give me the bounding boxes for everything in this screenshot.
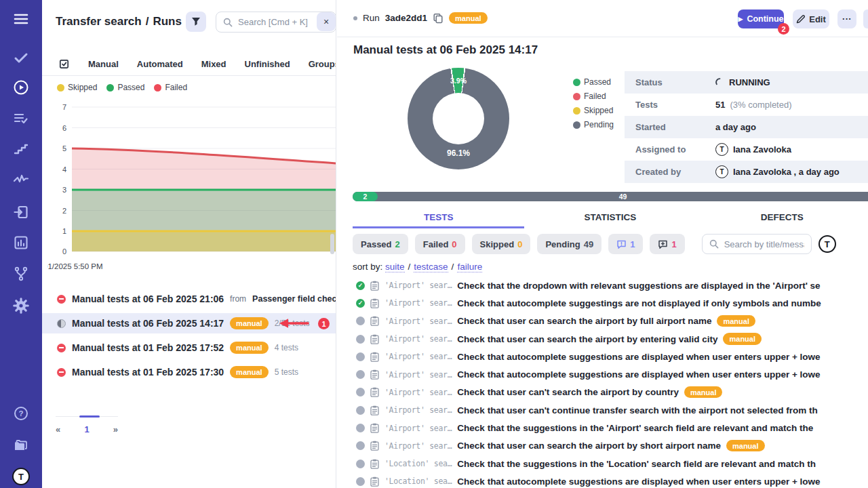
detail-row-assigned: Assigned to TIana Zavoloka xyxy=(625,138,868,161)
skipped-dot xyxy=(573,107,580,115)
continue-button[interactable]: ▶ Continue 2 xyxy=(738,9,784,28)
test-suite: 'Airport' sear… xyxy=(384,441,452,451)
test-row[interactable]: 'Airport' sear… Check that the suggestio… xyxy=(337,419,868,436)
test-title: Check that autocomplete suggestions are … xyxy=(457,352,820,362)
pagination-page-1[interactable]: 1 xyxy=(84,424,89,434)
play-circle-icon[interactable] xyxy=(13,79,29,96)
projects-icon[interactable] xyxy=(13,436,29,453)
run-tests-count: 4 tests xyxy=(275,343,298,352)
tab-automated[interactable]: Automated xyxy=(137,59,183,69)
play-icon: ▶ xyxy=(738,16,743,22)
profile-avatar[interactable]: T xyxy=(11,466,31,487)
breadcrumb-section[interactable]: Transfer search xyxy=(56,15,142,28)
runs-search-input[interactable] xyxy=(238,17,329,27)
pagination-active-indicator xyxy=(79,415,100,418)
sort-controls: sort by: suite/testcase/failure xyxy=(353,262,482,272)
test-row[interactable]: 'Airport' sear… Check that user can sear… xyxy=(337,312,868,330)
test-suite: 'Airport' sear… xyxy=(384,388,452,397)
check-icon[interactable] xyxy=(13,49,29,66)
test-title: Check that the dropdown with relevant su… xyxy=(457,281,820,291)
run-list-item[interactable]: Manual tests at 01 Feb 2025 17:52 manual… xyxy=(42,338,336,358)
run-failed-icon xyxy=(57,344,66,352)
help-icon[interactable]: ? xyxy=(13,405,29,422)
tab-manual[interactable]: Manual xyxy=(88,59,119,69)
filter-button[interactable] xyxy=(186,12,206,32)
tab-unfinished[interactable]: Unfinished xyxy=(245,59,290,69)
run-failed-icon xyxy=(57,295,66,304)
test-suite: 'Airport' sear… xyxy=(384,281,452,290)
assignee-avatar[interactable]: T xyxy=(818,235,836,253)
test-row[interactable]: 'Airport' sear… Check that user can sear… xyxy=(337,330,868,348)
scrollbar-thumb[interactable] xyxy=(330,234,334,254)
run-in-progress-icon xyxy=(57,319,66,328)
edit-button[interactable]: Edit xyxy=(793,9,829,28)
test-row[interactable]: 'Airport' sear… Check that the dropdown … xyxy=(337,277,868,294)
test-row[interactable]: 'Airport' sear… Check that user can sear… xyxy=(337,437,868,455)
partial-button[interactable] xyxy=(863,9,868,28)
test-suite: 'Airport' sear… xyxy=(384,334,452,344)
branch-icon[interactable] xyxy=(13,266,29,282)
pagination-next[interactable]: » xyxy=(113,424,118,434)
test-row[interactable]: 'Airport' sear… Check that autocomplete … xyxy=(337,294,868,312)
ellipsis-icon: ... xyxy=(842,12,852,22)
filter-skipped[interactable]: Skipped0 xyxy=(472,234,531,254)
pending-dot xyxy=(573,121,580,129)
test-list-icon[interactable] xyxy=(13,110,29,127)
detail-row-started: Started a day ago xyxy=(625,116,868,138)
avatar: T xyxy=(12,468,30,485)
legend-failed: Failed xyxy=(573,92,614,101)
close-search-button[interactable]: × xyxy=(317,12,336,31)
test-row[interactable]: 'Airport' sear… Check that autocomplete … xyxy=(337,348,868,365)
steps-icon[interactable] xyxy=(13,141,29,157)
sort-by-suite[interactable]: suite xyxy=(385,262,405,272)
tab-defects[interactable]: DEFECTS xyxy=(696,208,868,228)
run-detail-panel: Run 3ade2dd1 manual ▶ Continue 2 Edit ..… xyxy=(337,0,868,488)
sort-by-failure[interactable]: failure xyxy=(457,262,482,272)
tab-groups[interactable]: Groups xyxy=(309,59,336,69)
svg-text:1: 1 xyxy=(62,227,66,235)
copy-icon[interactable] xyxy=(433,13,443,24)
filter-failed[interactable]: Failed0 xyxy=(415,234,465,254)
tab-statistics[interactable]: STATISTICS xyxy=(524,208,696,228)
test-row[interactable]: 'Airport' sear… Check that user can't se… xyxy=(337,384,868,401)
sign-in-icon[interactable] xyxy=(13,204,29,220)
filter-passed[interactable]: Passed2 xyxy=(353,234,408,254)
reports-icon[interactable] xyxy=(13,235,29,251)
legend-skipped: Skipped xyxy=(573,106,614,115)
run-list-item[interactable]: Manual tests at 01 Feb 2025 17:30 manual… xyxy=(42,362,336,382)
filter-comments[interactable]: 1 xyxy=(608,234,643,254)
test-row[interactable]: 'Location' sea… Check that the suggestio… xyxy=(337,455,868,472)
test-row[interactable]: 'Location' sea… Check that autocomplete … xyxy=(337,472,868,488)
activity-icon[interactable] xyxy=(13,171,29,188)
testcase-icon xyxy=(370,369,379,380)
runs-history-chart: 765 432 10 xyxy=(42,96,336,256)
test-title: Check that the suggestions in the 'Airpo… xyxy=(457,423,813,433)
passed-dot xyxy=(573,79,580,86)
run-detail-tabs: TESTS STATISTICS DEFECTS xyxy=(353,208,868,228)
comment-add-icon xyxy=(658,239,668,249)
test-row[interactable]: 'Airport' sear… Check that autocomplete … xyxy=(337,365,868,383)
manual-badge: manual xyxy=(726,440,765,451)
test-status-icon xyxy=(356,388,365,396)
tests-search xyxy=(702,234,812,254)
donut-hole xyxy=(433,93,484,144)
testcase-icon xyxy=(370,423,379,433)
skipped-dot xyxy=(57,84,64,92)
more-actions-button[interactable]: ... xyxy=(837,9,856,28)
select-all-icon[interactable] xyxy=(58,58,70,70)
test-row[interactable]: 'Airport' sear… Check that user can't co… xyxy=(337,401,868,419)
test-suite: 'Airport' sear… xyxy=(384,352,452,361)
filter-added-comments[interactable]: 1 xyxy=(650,234,684,254)
menu-icon[interactable] xyxy=(13,11,29,27)
testcase-icon xyxy=(370,441,379,451)
test-status-icon xyxy=(356,335,365,344)
pagination-prev[interactable]: « xyxy=(56,424,60,434)
filter-pending[interactable]: Pending49 xyxy=(537,234,601,254)
detail-row-tests: Tests 51(3% completed) xyxy=(625,94,868,116)
tab-tests[interactable]: TESTS xyxy=(353,208,524,228)
gear-icon[interactable] xyxy=(13,298,29,314)
tests-search-input[interactable] xyxy=(724,239,804,249)
sort-by-testcase[interactable]: testcase xyxy=(414,262,448,272)
tab-mixed[interactable]: Mixed xyxy=(201,59,226,69)
run-list-item[interactable]: Manual tests at 06 Feb 2025 21:06 from P… xyxy=(42,289,336,309)
